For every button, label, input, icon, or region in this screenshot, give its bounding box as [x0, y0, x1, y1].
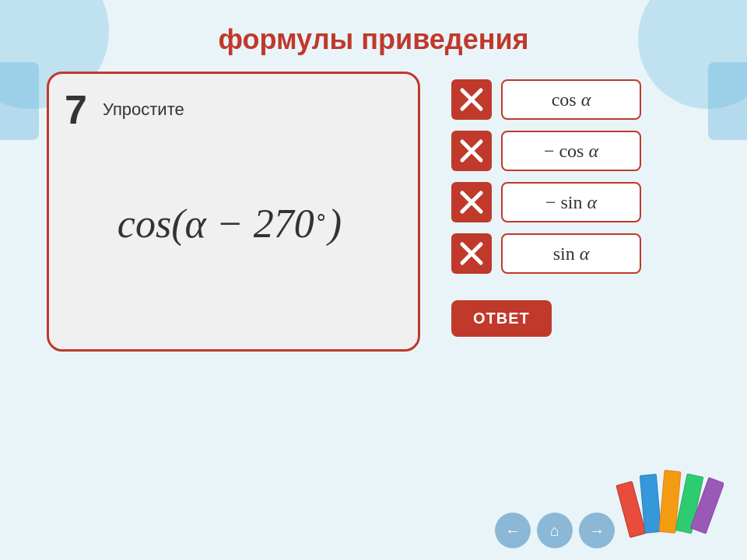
answer-option-3[interactable]: − sin α [501, 182, 641, 222]
question-instruction: Упростите [103, 100, 184, 120]
nav-buttons: ← ⌂ → [495, 513, 615, 548]
page-title: формулы приведения [0, 0, 747, 72]
answer-option-1-label: cos α [552, 89, 591, 110]
answer-cross-btn-3[interactable] [451, 182, 492, 222]
nav-back-icon: ← [505, 522, 521, 540]
question-card: 7 Упростите cos(α − 270∘) [47, 72, 420, 352]
answer-button[interactable]: ОТВЕТ [451, 300, 552, 337]
nav-back-button[interactable]: ← [495, 513, 531, 548]
nav-home-button[interactable]: ⌂ [537, 513, 573, 548]
answers-area: cos α − cos α − sin α [451, 72, 641, 337]
answer-option-4[interactable]: sin α [501, 233, 641, 274]
answer-option-4-label: sin α [553, 243, 590, 264]
answer-option-2[interactable]: − cos α [501, 131, 641, 171]
answer-row-3: − sin α [451, 182, 641, 222]
answer-option-2-label: − cos α [544, 141, 598, 162]
nav-forward-icon: → [589, 522, 605, 540]
nav-forward-button[interactable]: → [579, 513, 615, 548]
nav-home-icon: ⌂ [550, 522, 559, 540]
answer-row-2: − cos α [451, 131, 641, 171]
question-number: 7 [65, 89, 87, 130]
answer-cross-btn-4[interactable] [451, 233, 492, 274]
answer-option-1[interactable]: cos α [501, 79, 641, 120]
answer-cross-btn-2[interactable] [451, 131, 492, 171]
answer-row-1: cos α [451, 79, 641, 120]
answer-option-3-label: − sin α [545, 192, 597, 213]
books-decoration [615, 459, 724, 544]
answer-cross-btn-1[interactable] [451, 79, 492, 120]
answer-row-4: sin α [451, 233, 641, 274]
formula-text: cos(α − 270∘) [117, 201, 342, 247]
formula-display: cos(α − 270∘) [65, 138, 395, 309]
